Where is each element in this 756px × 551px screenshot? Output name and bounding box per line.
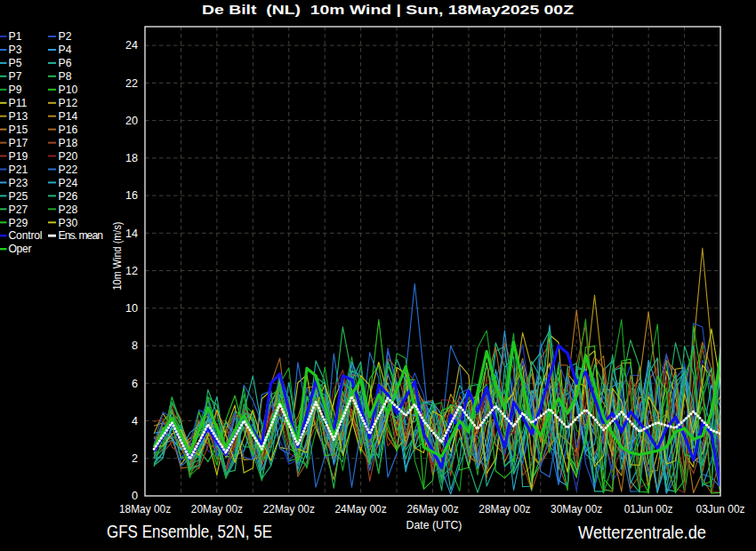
svg-text:P22: P22	[59, 164, 78, 176]
svg-text:P13: P13	[9, 110, 28, 123]
svg-text:16: 16	[125, 189, 138, 202]
svg-text:P14: P14	[59, 110, 78, 123]
svg-text:22: 22	[125, 77, 138, 90]
svg-text:20May 00z: 20May 00z	[191, 503, 243, 515]
svg-text:10m Wind (m/s): 10m Wind (m/s)	[111, 222, 124, 291]
svg-text:P3: P3	[9, 44, 22, 56]
svg-text:24: 24	[125, 39, 138, 52]
svg-text:2: 2	[132, 452, 138, 465]
svg-text:P7: P7	[9, 70, 22, 83]
svg-text:P23: P23	[9, 177, 28, 189]
svg-text:P8: P8	[59, 70, 72, 83]
svg-text:18: 18	[125, 152, 138, 164]
svg-text:4: 4	[132, 415, 138, 427]
svg-text:P27: P27	[9, 204, 28, 216]
svg-text:P6: P6	[59, 57, 72, 69]
svg-text:22May 00z: 22May 00z	[263, 503, 315, 515]
svg-text:10: 10	[125, 302, 138, 315]
svg-text:P5: P5	[9, 57, 22, 69]
svg-text:Date (UTC): Date (UTC)	[406, 519, 462, 531]
svg-text:Oper: Oper	[9, 243, 32, 255]
svg-text:P30: P30	[59, 217, 78, 229]
svg-text:03Jun 00z: 03Jun 00z	[696, 503, 745, 515]
svg-text:6: 6	[132, 378, 138, 390]
svg-text:P26: P26	[59, 190, 78, 203]
svg-text:P19: P19	[9, 150, 28, 163]
svg-text:01Jun 00z: 01Jun 00z	[624, 503, 673, 515]
svg-text:P17: P17	[9, 137, 28, 149]
svg-text:P15: P15	[9, 124, 28, 136]
svg-text:P21: P21	[9, 164, 28, 176]
svg-text:8: 8	[132, 339, 138, 352]
svg-text:30May 00z: 30May 00z	[551, 503, 602, 515]
svg-text:12: 12	[125, 265, 138, 277]
svg-text:P11: P11	[9, 97, 28, 109]
svg-text:P18: P18	[59, 137, 78, 149]
svg-text:20: 20	[125, 115, 138, 127]
svg-text:P24: P24	[59, 177, 78, 189]
svg-text:GFS Ensemble, 52N, 5E: GFS Ensemble, 52N, 5E	[107, 523, 272, 541]
svg-text:P16: P16	[59, 124, 78, 136]
svg-text:P10: P10	[59, 84, 78, 96]
svg-text:P25: P25	[9, 190, 28, 203]
svg-text:Control: Control	[9, 229, 43, 242]
svg-text:Wetterzentrale.de: Wetterzentrale.de	[578, 523, 706, 542]
svg-text:P2: P2	[59, 30, 72, 43]
svg-text:P20: P20	[59, 150, 78, 163]
svg-text:18May 00z: 18May 00z	[119, 503, 171, 515]
svg-text:0: 0	[132, 490, 138, 502]
svg-text:Ens. mean: Ens. mean	[59, 229, 104, 242]
svg-text:14: 14	[125, 228, 138, 240]
svg-text:24May 00z: 24May 00z	[335, 503, 387, 515]
svg-text:P1: P1	[9, 30, 22, 43]
svg-text:P9: P9	[9, 84, 22, 96]
svg-text:P29: P29	[9, 217, 28, 229]
svg-text:26May 00z: 26May 00z	[406, 503, 458, 515]
svg-text:P12: P12	[59, 97, 78, 109]
svg-text:28May 00z: 28May 00z	[479, 503, 530, 515]
svg-text:P28: P28	[59, 204, 78, 216]
svg-text:P4: P4	[59, 44, 72, 56]
svg-text:De Bilt (NL) 10m Wind | Sun,: De Bilt (NL) 10m Wind | Sun, 18May2025 0…	[202, 2, 575, 17]
